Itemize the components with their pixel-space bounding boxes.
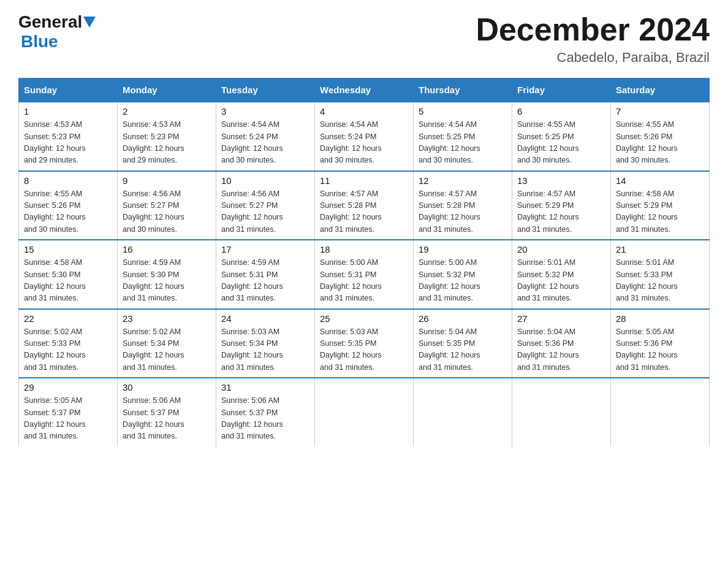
logo-blue-text: Blue — [21, 32, 58, 51]
day-number: 5 — [419, 106, 507, 117]
calendar-cell: 6Sunrise: 4:55 AMSunset: 5:25 PMDaylight… — [512, 102, 611, 171]
day-number: 29 — [24, 382, 112, 393]
day-info: Sunrise: 4:55 AMSunset: 5:25 PMDaylight:… — [517, 119, 605, 167]
day-number: 15 — [24, 244, 112, 255]
day-info: Sunrise: 5:03 AMSunset: 5:34 PMDaylight:… — [221, 326, 309, 374]
calendar-cell: 24Sunrise: 5:03 AMSunset: 5:34 PMDayligh… — [216, 309, 315, 378]
calendar-cell — [611, 378, 710, 446]
day-info: Sunrise: 5:05 AMSunset: 5:36 PMDaylight:… — [616, 326, 704, 374]
day-number: 10 — [221, 175, 309, 186]
day-number: 13 — [517, 175, 605, 186]
day-number: 18 — [320, 244, 408, 255]
page-title: December 2024 — [476, 12, 710, 47]
calendar-cell: 11Sunrise: 4:57 AMSunset: 5:28 PMDayligh… — [315, 171, 414, 240]
day-info: Sunrise: 5:00 AMSunset: 5:32 PMDaylight:… — [419, 257, 507, 305]
calendar-cell: 16Sunrise: 4:59 AMSunset: 5:30 PMDayligh… — [118, 240, 216, 309]
calendar-week-2: 8Sunrise: 4:55 AMSunset: 5:26 PMDaylight… — [19, 171, 710, 240]
header-day-tuesday: Tuesday — [216, 79, 315, 102]
calendar-body: 1Sunrise: 4:53 AMSunset: 5:23 PMDaylight… — [19, 102, 710, 446]
header-row: SundayMondayTuesdayWednesdayThursdayFrid… — [19, 79, 710, 102]
calendar-cell: 26Sunrise: 5:04 AMSunset: 5:35 PMDayligh… — [414, 309, 512, 378]
day-number: 30 — [123, 382, 211, 393]
calendar-cell: 13Sunrise: 4:57 AMSunset: 5:29 PMDayligh… — [512, 171, 611, 240]
day-number: 11 — [320, 175, 408, 186]
calendar-cell: 5Sunrise: 4:54 AMSunset: 5:25 PMDaylight… — [414, 102, 512, 171]
day-number: 7 — [616, 106, 704, 117]
day-number: 19 — [419, 244, 507, 255]
calendar-week-4: 22Sunrise: 5:02 AMSunset: 5:33 PMDayligh… — [19, 309, 710, 378]
day-info: Sunrise: 5:05 AMSunset: 5:37 PMDaylight:… — [24, 395, 112, 443]
calendar-header: SundayMondayTuesdayWednesdayThursdayFrid… — [19, 79, 710, 102]
calendar-cell: 23Sunrise: 5:02 AMSunset: 5:34 PMDayligh… — [118, 309, 216, 378]
logo-triangle-icon — [83, 17, 96, 28]
calendar-table: SundayMondayTuesdayWednesdayThursdayFrid… — [18, 78, 710, 446]
day-number: 23 — [123, 313, 211, 324]
day-info: Sunrise: 4:54 AMSunset: 5:25 PMDaylight:… — [419, 119, 507, 167]
day-number: 2 — [123, 106, 211, 117]
day-number: 25 — [320, 313, 408, 324]
calendar-cell: 21Sunrise: 5:01 AMSunset: 5:33 PMDayligh… — [611, 240, 710, 309]
calendar-cell: 29Sunrise: 5:05 AMSunset: 5:37 PMDayligh… — [19, 378, 118, 446]
day-number: 1 — [24, 106, 112, 117]
day-info: Sunrise: 4:55 AMSunset: 5:26 PMDaylight:… — [24, 188, 112, 236]
header-day-sunday: Sunday — [19, 79, 118, 102]
calendar-cell: 12Sunrise: 4:57 AMSunset: 5:28 PMDayligh… — [414, 171, 512, 240]
day-number: 20 — [517, 244, 605, 255]
day-info: Sunrise: 5:06 AMSunset: 5:37 PMDaylight:… — [221, 395, 309, 443]
day-info: Sunrise: 4:57 AMSunset: 5:28 PMDaylight:… — [419, 188, 507, 236]
calendar-cell: 7Sunrise: 4:55 AMSunset: 5:26 PMDaylight… — [611, 102, 710, 171]
calendar-cell: 4Sunrise: 4:54 AMSunset: 5:24 PMDaylight… — [315, 102, 414, 171]
day-info: Sunrise: 4:59 AMSunset: 5:31 PMDaylight:… — [221, 257, 309, 305]
day-number: 28 — [616, 313, 704, 324]
calendar-cell: 18Sunrise: 5:00 AMSunset: 5:31 PMDayligh… — [315, 240, 414, 309]
logo-general-text: General — [18, 12, 82, 32]
calendar-cell: 25Sunrise: 5:03 AMSunset: 5:35 PMDayligh… — [315, 309, 414, 378]
calendar-cell: 27Sunrise: 5:04 AMSunset: 5:36 PMDayligh… — [512, 309, 611, 378]
day-info: Sunrise: 4:56 AMSunset: 5:27 PMDaylight:… — [221, 188, 309, 236]
calendar-cell: 30Sunrise: 5:06 AMSunset: 5:37 PMDayligh… — [118, 378, 216, 446]
day-info: Sunrise: 5:02 AMSunset: 5:33 PMDaylight:… — [24, 326, 112, 374]
header-day-monday: Monday — [118, 79, 216, 102]
day-info: Sunrise: 4:57 AMSunset: 5:28 PMDaylight:… — [320, 188, 408, 236]
calendar-cell: 8Sunrise: 4:55 AMSunset: 5:26 PMDaylight… — [19, 171, 118, 240]
day-number: 16 — [123, 244, 211, 255]
day-info: Sunrise: 4:56 AMSunset: 5:27 PMDaylight:… — [123, 188, 211, 236]
day-number: 4 — [320, 106, 408, 117]
day-number: 8 — [24, 175, 112, 186]
calendar-cell: 19Sunrise: 5:00 AMSunset: 5:32 PMDayligh… — [414, 240, 512, 309]
day-number: 21 — [616, 244, 704, 255]
header-day-friday: Friday — [512, 79, 611, 102]
calendar-cell: 14Sunrise: 4:58 AMSunset: 5:29 PMDayligh… — [611, 171, 710, 240]
calendar-cell: 15Sunrise: 4:58 AMSunset: 5:30 PMDayligh… — [19, 240, 118, 309]
calendar-cell: 2Sunrise: 4:53 AMSunset: 5:23 PMDaylight… — [118, 102, 216, 171]
calendar-cell — [315, 378, 414, 446]
calendar-cell — [512, 378, 611, 446]
header-day-thursday: Thursday — [414, 79, 512, 102]
calendar-cell — [414, 378, 512, 446]
day-number: 24 — [221, 313, 309, 324]
calendar-week-3: 15Sunrise: 4:58 AMSunset: 5:30 PMDayligh… — [19, 240, 710, 309]
day-info: Sunrise: 5:04 AMSunset: 5:36 PMDaylight:… — [517, 326, 605, 374]
title-area: December 2024 Cabedelo, Paraiba, Brazil — [476, 12, 710, 66]
day-number: 14 — [616, 175, 704, 186]
calendar-cell: 17Sunrise: 4:59 AMSunset: 5:31 PMDayligh… — [216, 240, 315, 309]
calendar-cell: 3Sunrise: 4:54 AMSunset: 5:24 PMDaylight… — [216, 102, 315, 171]
day-number: 31 — [221, 382, 309, 393]
header-day-saturday: Saturday — [611, 79, 710, 102]
day-info: Sunrise: 5:06 AMSunset: 5:37 PMDaylight:… — [123, 395, 211, 443]
day-info: Sunrise: 4:55 AMSunset: 5:26 PMDaylight:… — [616, 119, 704, 167]
day-number: 17 — [221, 244, 309, 255]
day-number: 26 — [419, 313, 507, 324]
calendar-cell: 31Sunrise: 5:06 AMSunset: 5:37 PMDayligh… — [216, 378, 315, 446]
day-info: Sunrise: 4:59 AMSunset: 5:30 PMDaylight:… — [123, 257, 211, 305]
logo: General Blue — [18, 12, 97, 52]
day-info: Sunrise: 5:02 AMSunset: 5:34 PMDaylight:… — [123, 326, 211, 374]
day-info: Sunrise: 4:54 AMSunset: 5:24 PMDaylight:… — [221, 119, 309, 167]
calendar-cell: 20Sunrise: 5:01 AMSunset: 5:32 PMDayligh… — [512, 240, 611, 309]
calendar-cell: 22Sunrise: 5:02 AMSunset: 5:33 PMDayligh… — [19, 309, 118, 378]
day-info: Sunrise: 4:53 AMSunset: 5:23 PMDaylight:… — [123, 119, 211, 167]
day-number: 22 — [24, 313, 112, 324]
page-header: General Blue December 2024 Cabedelo, Par… — [18, 12, 710, 66]
day-info: Sunrise: 5:04 AMSunset: 5:35 PMDaylight:… — [419, 326, 507, 374]
day-number: 6 — [517, 106, 605, 117]
